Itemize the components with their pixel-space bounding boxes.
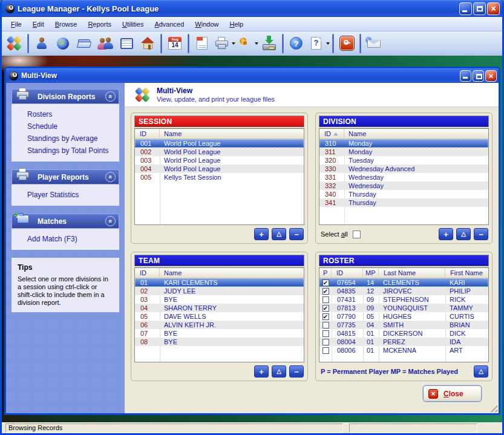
division-row[interactable]: 340Thursday xyxy=(319,190,488,198)
column-header-p[interactable]: P xyxy=(319,268,332,278)
schedule-toolbar-button[interactable] xyxy=(116,33,137,54)
team-row[interactable]: 01KARI CLEMENTS xyxy=(135,278,304,287)
column-header-name[interactable]: Name xyxy=(160,129,304,139)
division-edit-button[interactable]: △ xyxy=(456,228,471,240)
sidebar-item-standings-by-total-points[interactable]: Standings by Total Points xyxy=(27,145,117,157)
web-toolbar-button[interactable] xyxy=(53,33,73,54)
multiview-minimize-button[interactable] xyxy=(460,70,471,82)
permanent-player-checkbox[interactable] xyxy=(322,330,329,337)
menu-file[interactable]: File xyxy=(5,19,27,30)
team-list[interactable]: ID Name 01KARI CLEMENTS02JUDY LEE03BYE04… xyxy=(134,267,304,362)
session-row[interactable]: 004World Pool League xyxy=(135,165,304,173)
roster-row[interactable]: ✔0765414CLEMENTSKARI xyxy=(319,278,488,287)
section-header-matches[interactable]: +Matches« xyxy=(11,214,119,229)
help-toolbar-button[interactable]: ? xyxy=(286,33,307,54)
mail-toolbar-button[interactable] xyxy=(364,33,384,54)
division-delete-button[interactable]: − xyxy=(474,228,488,240)
permanent-player-checkbox[interactable]: ✔ xyxy=(322,280,329,286)
menu-reports[interactable]: Reports xyxy=(82,19,117,30)
resize-grip[interactable] xyxy=(488,403,497,412)
multiview-maximize-button[interactable] xyxy=(473,70,484,82)
menu-edit[interactable]: Edit xyxy=(27,19,50,30)
column-header-id[interactable]: ID xyxy=(135,268,160,278)
close-window-button[interactable]: × xyxy=(487,2,500,15)
session-row[interactable]: 003World Pool League xyxy=(135,156,304,165)
section-header-division-reports[interactable]: Division Reports« xyxy=(11,89,119,104)
menu-advanced[interactable]: Advanced xyxy=(149,19,189,30)
permanent-player-checkbox[interactable]: ✔ xyxy=(322,313,329,320)
permanent-player-checkbox[interactable] xyxy=(322,296,329,303)
team-add-button[interactable]: + xyxy=(254,365,269,378)
session-delete-button[interactable]: − xyxy=(289,228,304,240)
team-row[interactable]: 07BYE xyxy=(135,329,304,338)
team-delete-button[interactable]: − xyxy=(289,365,304,378)
session-row[interactable]: 002World Pool League xyxy=(135,148,304,156)
permanent-player-checkbox[interactable]: ✔ xyxy=(322,288,329,295)
multiview-close-button[interactable]: × xyxy=(485,70,497,82)
session-list[interactable]: ID Name 001World Pool League002World Poo… xyxy=(134,128,304,225)
column-header-id[interactable]: ID xyxy=(332,268,363,278)
roster-row[interactable]: ✔0483512JIROVECPHILIP xyxy=(319,287,488,295)
report-toolbar-button[interactable] xyxy=(192,33,212,54)
open-folder-toolbar-button[interactable] xyxy=(74,33,94,54)
permanent-player-checkbox[interactable] xyxy=(322,322,329,329)
collapse-chevron-button[interactable]: « xyxy=(105,216,116,226)
sidebar-item-standings-by-average[interactable]: Standings by Average xyxy=(27,132,117,145)
sidebar-item-add-match-f3-[interactable]: Add Match (F3) xyxy=(27,233,117,245)
minimize-button[interactable] xyxy=(459,2,472,15)
home-toolbar-button[interactable] xyxy=(137,33,158,54)
section-header-player-reports[interactable]: Player Reports« xyxy=(11,169,119,185)
roster-row[interactable]: 0743109STEPHENSONRICK xyxy=(319,295,488,304)
division-row[interactable]: 310Monday xyxy=(319,139,488,148)
roster-row[interactable]: 0800401PEREZIDA xyxy=(319,338,488,346)
team-edit-button[interactable]: △ xyxy=(272,365,286,378)
sidebar-item-schedule[interactable]: Schedule xyxy=(27,120,117,132)
session-add-button[interactable]: + xyxy=(254,228,269,240)
roster-row[interactable]: ✔0781309YOUNGQUISTTAMMY xyxy=(319,304,488,312)
column-header-id[interactable]: ID xyxy=(319,129,344,139)
roster-list[interactable]: P ID MP Last Name First Name ✔0765414CLE… xyxy=(319,267,489,362)
column-header-name[interactable]: Name xyxy=(344,129,488,139)
dropdown-arrow-icon[interactable] xyxy=(326,42,330,45)
column-header-mp[interactable]: MP xyxy=(363,268,379,278)
printer-toolbar-button[interactable] xyxy=(213,33,235,54)
division-row[interactable]: 332Wednesday xyxy=(319,182,488,190)
division-row[interactable]: 320Tuesday xyxy=(319,156,488,165)
menu-utilities[interactable]: Utilities xyxy=(117,19,149,30)
permanent-player-checkbox[interactable] xyxy=(322,347,329,354)
team-row[interactable]: 05DAVE WELLS xyxy=(135,312,304,321)
column-header-name[interactable]: Name xyxy=(160,268,304,278)
team-row[interactable]: 06ALVIN KEITH JR. xyxy=(135,321,304,329)
division-row[interactable]: 311Monday xyxy=(319,148,488,156)
multiview-toolbar-button[interactable] xyxy=(4,33,25,54)
menu-window[interactable]: Window xyxy=(189,19,224,30)
menu-help[interactable]: Help xyxy=(224,19,249,30)
team-row[interactable]: 02JUDY LEE xyxy=(135,287,304,295)
team-row[interactable]: 04SHARON TERRY xyxy=(135,304,304,312)
close-button[interactable]: × Close xyxy=(423,385,482,402)
sidebar-item-rosters[interactable]: Rosters xyxy=(27,108,117,120)
teams-toolbar-button[interactable] xyxy=(95,33,116,54)
dropdown-arrow-icon[interactable] xyxy=(232,42,235,45)
exit-toolbar-button[interactable] xyxy=(336,33,357,54)
select-all-checkbox[interactable] xyxy=(353,231,361,238)
roster-row[interactable]: 0481501DICKERSONDICK xyxy=(319,329,488,338)
calendar-toolbar-button[interactable]: Aug14 xyxy=(165,33,185,54)
player-toolbar-button[interactable] xyxy=(31,33,52,54)
roster-row[interactable]: 0773504SMITHBRIAN xyxy=(319,321,488,329)
dropdown-arrow-icon[interactable] xyxy=(255,42,258,45)
column-header-first-name[interactable]: First Name xyxy=(445,268,488,278)
roster-row[interactable]: ✔0779005HUGHESCURTIS xyxy=(319,312,488,321)
column-header-last-name[interactable]: Last Name xyxy=(379,268,445,278)
collapse-chevron-button[interactable]: « xyxy=(105,172,116,182)
column-header-id[interactable]: ID xyxy=(135,129,160,139)
help-topics-toolbar-button[interactable]: ? xyxy=(307,33,330,54)
team-row[interactable]: 08BYE xyxy=(135,338,304,346)
division-row[interactable]: 330Wednesday Advanced xyxy=(319,165,488,173)
session-row[interactable]: 001World Pool League xyxy=(135,139,304,148)
division-add-button[interactable]: + xyxy=(439,228,453,240)
division-list[interactable]: ID Name 310Monday311Monday320Tuesday330W… xyxy=(319,128,489,225)
session-edit-button[interactable]: △ xyxy=(272,228,286,240)
team-row[interactable]: 03BYE xyxy=(135,295,304,304)
sidebar-item-player-statistics[interactable]: Player Statistics xyxy=(27,189,117,201)
